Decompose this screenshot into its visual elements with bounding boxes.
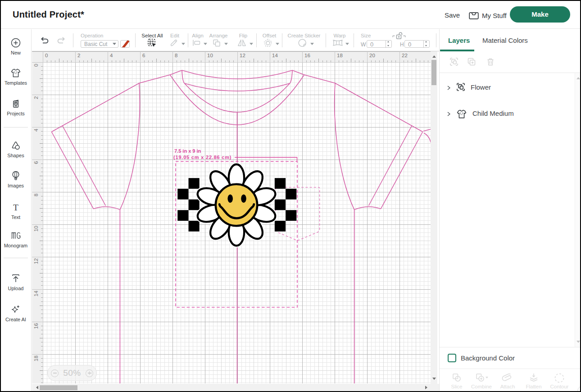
svg-text:18: 18 bbox=[33, 356, 39, 361]
svg-text:0: 0 bbox=[33, 64, 39, 67]
svg-text:T: T bbox=[13, 203, 18, 212]
svg-text:0: 0 bbox=[45, 53, 48, 58]
svg-text:10: 10 bbox=[33, 226, 39, 232]
svg-text:12: 12 bbox=[240, 53, 245, 58]
svg-text:14: 14 bbox=[272, 53, 278, 58]
svg-text:4: 4 bbox=[110, 53, 113, 58]
svg-text:12: 12 bbox=[33, 258, 39, 264]
svg-text:6: 6 bbox=[33, 161, 39, 164]
svg-text:18: 18 bbox=[337, 53, 343, 58]
svg-text:7.5 in x 9 in: 7.5 in x 9 in bbox=[174, 148, 201, 154]
svg-text:4: 4 bbox=[33, 128, 39, 132]
svg-text:16: 16 bbox=[304, 53, 310, 58]
svg-text:8: 8 bbox=[33, 194, 39, 196]
svg-text:2: 2 bbox=[77, 53, 80, 58]
svg-text:2: 2 bbox=[33, 96, 39, 99]
svg-text:10: 10 bbox=[207, 53, 213, 58]
svg-text:(19.05 cm x 22.86 cm): (19.05 cm x 22.86 cm) bbox=[173, 155, 231, 160]
svg-text:22: 22 bbox=[402, 53, 408, 58]
svg-text:8: 8 bbox=[175, 53, 177, 58]
svg-text:16: 16 bbox=[33, 323, 39, 329]
svg-text:14: 14 bbox=[33, 291, 39, 296]
svg-text:6: 6 bbox=[142, 53, 145, 58]
svg-text:20: 20 bbox=[369, 53, 375, 58]
